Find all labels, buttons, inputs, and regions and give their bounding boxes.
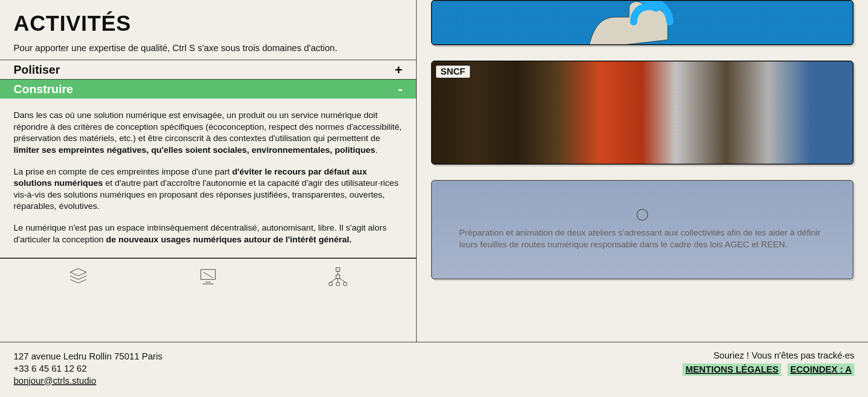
svg-line-13 <box>340 279 345 282</box>
loading-spinner-icon <box>636 209 648 221</box>
accordion-header-construire[interactable]: Construire - <box>0 80 416 99</box>
project-card-nec[interactable]: NEC Préparation et animation de deux ate… <box>431 180 854 279</box>
card-description: Préparation et animation de deux atelier… <box>459 227 825 250</box>
expand-icon: + <box>395 62 403 77</box>
body-text-bold: de nouveaux usages numériques autour de … <box>106 235 351 244</box>
footer-note: Souriez ! Vous n'êtes pas tracké·es <box>683 350 854 361</box>
svg-rect-6 <box>336 275 340 279</box>
project-card-sncf[interactable]: SNCF <box>431 61 854 165</box>
layers-icon <box>67 266 89 289</box>
svg-marker-0 <box>70 269 86 276</box>
card-image <box>432 1 853 44</box>
accordion-header-politiser[interactable]: Politiser + <box>0 60 416 79</box>
legal-link-mentions[interactable]: MENTIONS LÉGALES <box>683 364 781 376</box>
icons-row <box>0 258 416 296</box>
svg-point-7 <box>329 282 332 286</box>
svg-rect-5 <box>336 268 340 271</box>
body-text: . <box>375 145 378 155</box>
footer-phone: +33 6 45 61 12 62 <box>14 363 162 375</box>
intro-text: Pour apporter une expertise de qualité, … <box>14 43 403 53</box>
body-text: La prise en compte de ces empreintes imp… <box>14 167 232 176</box>
card-image <box>432 61 853 164</box>
page-title: ACTIVITÉS <box>14 11 403 36</box>
card-badge: SNCF <box>436 65 470 78</box>
body-text-bold: limiter ses empreintes négatives, qu'ell… <box>14 145 375 155</box>
svg-rect-1 <box>201 269 215 279</box>
accordion-body-construire: Dans les cas où une solution numérique e… <box>0 99 416 258</box>
network-icon <box>327 266 349 289</box>
footer: 127 avenue Ledru Rollin 75011 Paris +33 … <box>0 342 868 397</box>
accordion-label: Construire <box>14 82 73 96</box>
collapse-icon: - <box>398 81 403 97</box>
body-text: Dans les cas où une solution numérique e… <box>14 110 402 143</box>
footer-address: 127 avenue Ledru Rollin 75011 Paris <box>14 350 162 363</box>
accordion-label: Politiser <box>14 63 60 77</box>
svg-point-9 <box>343 282 347 286</box>
svg-line-12 <box>331 279 336 282</box>
computer-icon <box>197 266 219 289</box>
card-image: Préparation et animation de deux atelier… <box>432 181 853 279</box>
svg-line-2 <box>204 272 213 278</box>
project-card[interactable] <box>431 0 854 45</box>
legal-link-ecoindex[interactable]: ECOINDEX : A <box>787 364 854 376</box>
activities-accordion: Politiser + Construire - Dans les cas où… <box>0 60 416 258</box>
footer-email-link[interactable]: bonjour@ctrls.studio <box>14 376 96 386</box>
svg-point-8 <box>336 282 340 286</box>
